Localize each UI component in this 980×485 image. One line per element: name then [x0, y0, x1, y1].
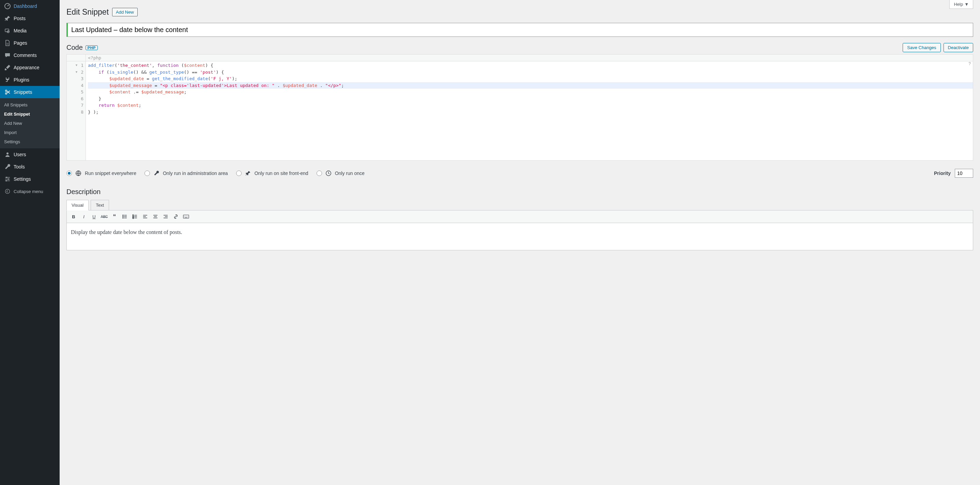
- sidebar-item-label: Pages: [14, 40, 27, 46]
- sidebar-item-plugins[interactable]: Plugins: [0, 74, 60, 86]
- code-prefix: <?php: [86, 54, 103, 61]
- svg-text:3: 3: [132, 217, 134, 219]
- scope-label: Run snippet everywhere: [85, 171, 136, 176]
- clock-icon: [325, 170, 332, 176]
- italic-button[interactable]: I: [79, 212, 89, 221]
- scope-label: Only run on site front-end: [255, 171, 309, 176]
- align-right-button[interactable]: [161, 212, 170, 221]
- sidebar-item-label: Plugins: [14, 77, 29, 83]
- svg-rect-6: [6, 177, 7, 178]
- svg-rect-7: [8, 179, 9, 180]
- tab-text[interactable]: Text: [91, 200, 109, 211]
- scope-everywhere[interactable]: Run snippet everywhere: [67, 170, 136, 176]
- admin-sidebar: Dashboard Posts Media Pages Comments: [0, 0, 60, 485]
- sidebar-item-label: Appearance: [14, 65, 40, 70]
- sidebar-item-media[interactable]: Media: [0, 25, 60, 37]
- scope-admin[interactable]: Only run in administration area: [145, 170, 228, 176]
- save-changes-button[interactable]: Save Changes: [903, 43, 940, 52]
- submenu-settings[interactable]: Settings: [0, 137, 60, 146]
- add-new-button[interactable]: Add New: [112, 8, 138, 16]
- sidebar-item-label: Users: [14, 152, 26, 157]
- radio-icon: [145, 171, 150, 176]
- svg-point-12: [123, 215, 123, 215]
- radio-icon: [236, 171, 242, 176]
- underline-button[interactable]: U: [89, 212, 99, 221]
- sidebar-item-label: Snippets: [14, 89, 32, 95]
- strike-button[interactable]: ABC: [100, 212, 109, 221]
- sidebar-item-users[interactable]: Users: [0, 148, 60, 161]
- page-title: Edit Snippet: [67, 8, 109, 17]
- sidebar-item-pages[interactable]: Pages: [0, 37, 60, 49]
- description-text: Display the update date below the conten…: [71, 229, 182, 235]
- main-content: Help ▼ Edit Snippet Add New Code PHP Sav…: [60, 0, 980, 485]
- scope-frontend[interactable]: Only run on site front-end: [236, 170, 309, 176]
- link-button[interactable]: [171, 212, 181, 221]
- globe-icon: [75, 170, 81, 176]
- ul-button[interactable]: [120, 212, 129, 221]
- align-center-button[interactable]: [151, 212, 160, 221]
- sidebar-item-appearance[interactable]: Appearance: [0, 61, 60, 74]
- brush-icon: [4, 64, 11, 71]
- snippet-title-input[interactable]: [67, 23, 973, 37]
- pin-icon: [4, 15, 11, 22]
- sidebar-item-settings[interactable]: Settings: [0, 173, 60, 185]
- comment-icon: [4, 52, 11, 59]
- sidebar-item-label: Comments: [14, 53, 37, 58]
- submenu-add-new[interactable]: Add New: [0, 119, 60, 128]
- sidebar-item-label: Settings: [14, 176, 31, 182]
- priority-input[interactable]: [955, 169, 973, 178]
- collapse-menu-button[interactable]: Collapse menu: [0, 185, 60, 198]
- submenu-all-snippets[interactable]: All Snippets: [0, 100, 60, 110]
- deactivate-button[interactable]: Deactivate: [943, 43, 973, 52]
- help-tab[interactable]: Help ▼: [949, 0, 973, 9]
- collapse-label: Collapse menu: [14, 189, 43, 194]
- help-label: Help: [954, 2, 963, 7]
- sidebar-item-dashboard[interactable]: Dashboard: [0, 0, 60, 12]
- collapse-icon: [4, 188, 11, 195]
- sidebar-item-snippets[interactable]: Snippets: [0, 86, 60, 98]
- php-badge: PHP: [86, 45, 98, 50]
- svg-point-3: [5, 90, 7, 91]
- sidebar-item-label: Posts: [14, 16, 25, 21]
- submenu-edit-snippet[interactable]: Edit Snippet: [0, 110, 60, 119]
- editor-tabs: Visual Text: [67, 200, 973, 210]
- tab-visual[interactable]: Visual: [67, 200, 89, 211]
- sidebar-item-comments[interactable]: Comments: [0, 49, 60, 61]
- user-icon: [4, 151, 11, 158]
- sidebar-item-posts[interactable]: Posts: [0, 12, 60, 25]
- ol-button[interactable]: 123: [130, 212, 140, 221]
- scope-label: Only run once: [335, 171, 364, 176]
- scope-options: Run snippet everywhere Only run in admin…: [67, 170, 364, 176]
- svg-rect-8: [6, 180, 7, 182]
- sidebar-item-tools[interactable]: Tools: [0, 161, 60, 173]
- submenu-import[interactable]: Import: [0, 128, 60, 137]
- svg-point-5: [6, 152, 8, 155]
- media-icon: [4, 27, 11, 34]
- plug-icon: [4, 77, 11, 83]
- svg-point-13: [123, 216, 123, 217]
- page-icon: [4, 40, 11, 46]
- align-left-button[interactable]: [140, 212, 150, 221]
- pin-icon: [245, 170, 251, 176]
- scope-label: Only run in administration area: [163, 171, 228, 176]
- bold-button[interactable]: B: [69, 212, 78, 221]
- quote-button[interactable]: “: [110, 212, 119, 221]
- dashboard-icon: [4, 3, 11, 10]
- code-lines[interactable]: add_filter('the_content', function ($con…: [86, 61, 973, 160]
- svg-point-4: [5, 93, 7, 94]
- editor-help-icon[interactable]: ?: [969, 61, 971, 66]
- code-editor[interactable]: <?php ▼1 ▼2 3 4 5 6 7 8 add_filter('the_…: [67, 54, 973, 161]
- radio-icon: [317, 171, 322, 176]
- scissors-icon: [4, 89, 11, 96]
- keyboard-button[interactable]: [181, 212, 191, 221]
- sidebar-item-label: Dashboard: [14, 3, 37, 9]
- scope-once[interactable]: Only run once: [317, 170, 364, 176]
- sidebar-item-label: Media: [14, 28, 27, 34]
- editor-toolbar: B I U ABC “ 123: [67, 210, 973, 223]
- description-editor[interactable]: Display the update date below the conten…: [67, 223, 973, 250]
- chevron-down-icon: ▼: [964, 2, 969, 7]
- sidebar-item-label: Tools: [14, 164, 25, 169]
- priority-label: Priority: [934, 171, 951, 176]
- wrench-icon: [153, 170, 159, 176]
- snippets-submenu: All Snippets Edit Snippet Add New Import…: [0, 98, 60, 148]
